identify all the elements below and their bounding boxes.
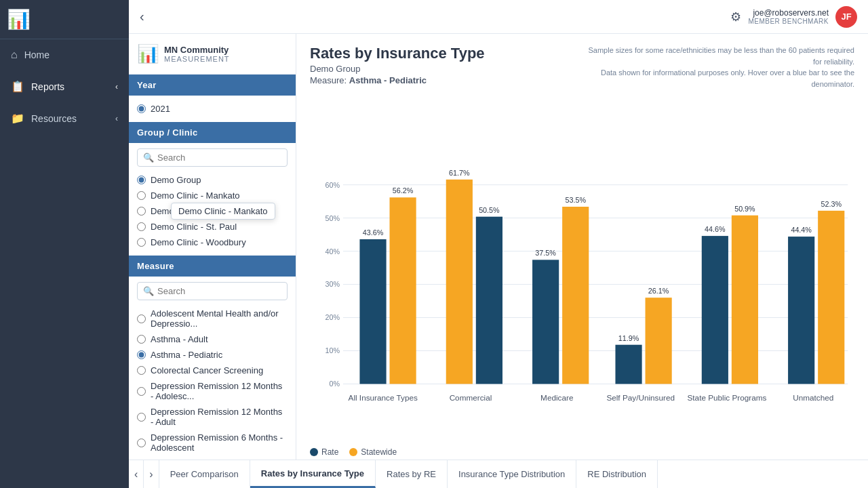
group-search-input[interactable] [157, 152, 281, 163]
tab-rates-re[interactable]: Rates by RE [376, 460, 448, 488]
topbar: ‹ ⚙ joe@roboservers.net MEMBER BENCHMARK… [129, 0, 868, 34]
measure-label: Depression Remission 12 Months - Adolesc… [151, 381, 288, 401]
bar-all-statewide[interactable] [390, 197, 416, 384]
group-option-mankato[interactable]: Demo Clinic - Mankato Demo Clinic - Mank… [137, 188, 288, 203]
svg-text:44.4%: 44.4% [791, 226, 812, 234]
measure-search-box[interactable]: 🔍 [137, 282, 288, 300]
measure-filter: Measure 🔍 Adolescent Mental Health and/o… [129, 256, 296, 460]
measure-option-asthma-pediatric[interactable]: Asthma - Pediatric [137, 347, 288, 363]
bar-selfpay-statewide[interactable] [646, 298, 672, 384]
tab-rates-insurance[interactable]: Rates by Insurance Type [250, 460, 376, 488]
bar-statepublic-statewide[interactable] [732, 216, 758, 384]
statewide-legend-label: Statewide [361, 447, 397, 457]
sidebar: 📊 ⌂ Home 📋 Reports ‹ 📁 Resources ‹ [0, 0, 129, 488]
group-radio-demo-group[interactable] [137, 176, 146, 184]
chart-subtitle: Demo Group [310, 64, 485, 74]
measure-option-depression-remission-12-adolescent[interactable]: Depression Remission 12 Months - Adolesc… [137, 378, 288, 404]
tab-prev-button[interactable]: ‹ [129, 460, 144, 488]
sidebar-item-resources[interactable]: 📁 Resources ‹ [0, 102, 129, 134]
bar-selfpay-rate[interactable] [615, 345, 642, 384]
settings-icon[interactable]: ⚙ [730, 9, 741, 24]
bar-unmatched-rate[interactable] [788, 237, 814, 384]
year-radio-2021[interactable] [137, 104, 146, 113]
bar-all-rate[interactable] [359, 239, 386, 384]
group-label: Demo Clinic - St. Paul [151, 222, 237, 232]
svg-text:20%: 20% [326, 313, 340, 321]
search-icon: 🔍 [143, 152, 154, 163]
measure-radio-adolescent-mental[interactable] [137, 314, 146, 323]
tab-peer-comparison[interactable]: Peer Comparison [159, 460, 250, 488]
measure-radio-depression-remission-12-adult[interactable] [137, 413, 146, 422]
group-filter: Group / Clinic 🔍 Demo Group Demo Clinic … [129, 122, 296, 256]
resources-icon: 📁 [11, 112, 24, 125]
group-option-woodbury[interactable]: Demo Clinic - Woodbury [137, 235, 288, 250]
svg-text:50.5%: 50.5% [479, 206, 500, 214]
measure-radio-colorectal[interactable] [137, 366, 146, 375]
group-radio-rochester[interactable] [137, 207, 146, 216]
user-role: MEMBER BENCHMARK [748, 18, 829, 25]
rate-color-dot [310, 448, 318, 456]
legend-statewide: Statewide [349, 447, 397, 457]
svg-text:50.9%: 50.9% [734, 205, 755, 213]
sidebar-item-label: Resources [31, 113, 77, 124]
tab-next-button[interactable]: › [144, 460, 159, 488]
svg-text:0%: 0% [330, 380, 340, 388]
measure-radio-asthma-adult[interactable] [137, 335, 146, 344]
bar-medicare-statewide[interactable] [562, 207, 589, 384]
bar-medicare-rate[interactable] [532, 260, 559, 384]
sidebar-item-reports[interactable]: 📋 Reports ‹ [0, 70, 129, 102]
measure-filter-body: 🔍 Adolescent Mental Health and/or Depres… [129, 277, 296, 460]
group-filter-header: Group / Clinic [129, 122, 296, 143]
svg-text:43.6%: 43.6% [363, 228, 384, 237]
group-filter-body: 🔍 Demo Group Demo Clinic - Mankato Demo … [129, 143, 296, 256]
measure-radio-depression-remission-12-adolescent[interactable] [137, 387, 146, 396]
group-search-box[interactable]: 🔍 [137, 148, 288, 167]
svg-text:10%: 10% [326, 346, 340, 354]
group-radio-mankato[interactable] [137, 191, 146, 200]
group-option-st-paul[interactable]: Demo Clinic - St. Paul [137, 219, 288, 235]
svg-text:53.5%: 53.5% [565, 196, 586, 204]
svg-text:44.6%: 44.6% [705, 225, 726, 233]
measure-option-colorectal[interactable]: Colorectal Cancer Screening [137, 363, 288, 378]
reports-icon: 📋 [11, 80, 24, 93]
group-radio-woodbury[interactable] [137, 238, 146, 247]
bar-commercial-statewide[interactable] [446, 180, 473, 384]
measure-search-input[interactable] [157, 286, 281, 296]
group-radio-st-paul[interactable] [137, 222, 146, 231]
measure-option-asthma-adult[interactable]: Asthma - Adult [137, 331, 288, 347]
year-option-2021[interactable]: 2021 [137, 101, 288, 117]
svg-text:60%: 60% [326, 181, 340, 189]
svg-text:Self Pay/Uninsured: Self Pay/Uninsured [606, 393, 675, 402]
avatar[interactable]: JF [835, 6, 857, 28]
home-icon: ⌂ [11, 49, 18, 61]
sidebar-logo: 📊 [0, 0, 129, 39]
year-filter: Year 2021 [129, 75, 296, 122]
bar-unmatched-statewide[interactable] [818, 211, 844, 384]
measure-option-adolescent-mental[interactable]: Adolescent Mental Health and/or Depressi… [137, 306, 288, 331]
measure-option-depression-remission-12-adult[interactable]: Depression Remission 12 Months - Adult [137, 404, 288, 430]
measure-option-depression-remission-6-adolescent[interactable]: Depression Remission 6 Months - Adolesce… [137, 430, 288, 455]
group-label: Demo Clinic - Woodbury [151, 237, 246, 247]
bar-statepublic-rate[interactable] [702, 236, 728, 384]
user-info: joe@roboservers.net MEMBER BENCHMARK [748, 8, 829, 25]
sidebar-item-home[interactable]: ⌂ Home [0, 39, 129, 70]
chart-area: Rates by Insurance Type Demo Group Measu… [296, 34, 868, 460]
measure-option-depression-remission-6-adult[interactable]: Depression Remission 6 Months - Adult [137, 455, 288, 460]
tab-insurance-distribution[interactable]: Insurance Type Distribution [448, 460, 576, 488]
chevron-left-icon: ‹ [115, 114, 118, 123]
mn-logo-icon: 📊 [137, 43, 159, 64]
measure-radio-depression-remission-6-adolescent[interactable] [137, 439, 146, 447]
svg-text:37.5%: 37.5% [535, 249, 556, 257]
measure-radio-asthma-pediatric[interactable] [137, 350, 146, 359]
back-button[interactable]: ‹ [140, 9, 144, 24]
org-name: MN Community [164, 45, 230, 56]
measure-label: Depression Remission 12 Months - Adult [151, 407, 288, 427]
search-icon: 🔍 [143, 286, 154, 296]
chart-note: Sample sizes for some race/ethnicities m… [583, 45, 854, 89]
group-option-demo-group[interactable]: Demo Group [137, 172, 288, 188]
chart-measure: Measure: Asthma - Pediatric [310, 75, 485, 85]
measure-filter-header: Measure [129, 256, 296, 277]
year-filter-header: Year [129, 75, 296, 96]
tab-re-distribution[interactable]: RE Distribution [576, 460, 658, 488]
bar-commercial-rate[interactable] [476, 217, 502, 384]
